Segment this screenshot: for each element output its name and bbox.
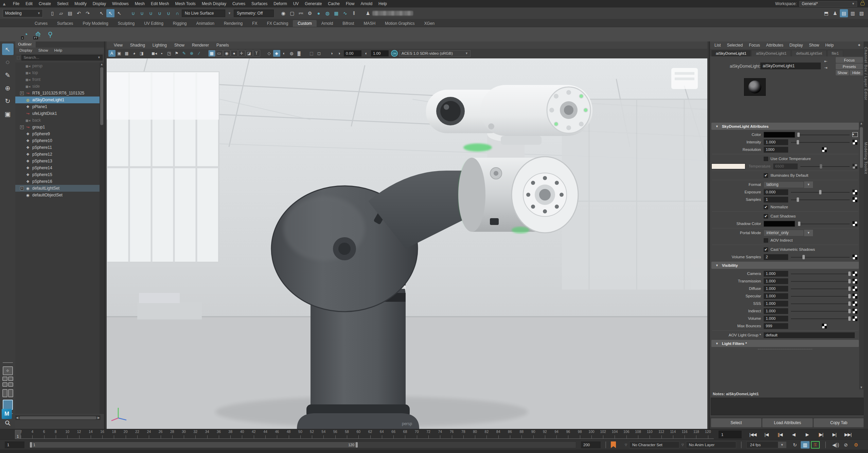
menu-edit[interactable]: Edit <box>22 1 36 7</box>
range-end-handle[interactable] <box>356 442 358 448</box>
time-tool-shelf-icon[interactable]: ◔x <box>20 29 31 40</box>
safe-title-icon[interactable]: T <box>253 50 260 57</box>
step-forward-frame-button[interactable]: ▶| <box>828 430 841 439</box>
bookmark-icon[interactable]: ◕ <box>131 50 138 57</box>
attribute-slider[interactable] <box>791 197 850 203</box>
attribute-value-field[interactable]: 1.000 <box>764 308 788 314</box>
animation-end-field[interactable]: 200 <box>581 441 601 448</box>
shelf-tab-uv-editing[interactable]: UV Editing <box>139 20 168 27</box>
output-connections-icon[interactable]: ⇥ <box>824 66 827 70</box>
rotate-tool[interactable]: ↻ <box>2 95 14 107</box>
channel-box-vertical-tab[interactable]: Channel Box / Layer Editor <box>864 47 868 100</box>
modeling-toolkit-vertical-tab[interactable]: Modeling Toolkit <box>864 142 868 174</box>
step-back-key-button[interactable]: ||◀ <box>774 430 786 439</box>
slider-handle[interactable] <box>848 316 851 321</box>
textured-icon[interactable]: ◐ <box>281 50 288 57</box>
attribute-slider[interactable] <box>791 286 850 292</box>
lock-icon[interactable]: ▪ <box>158 50 165 57</box>
select-hierarchy-icon[interactable]: ↖ <box>98 9 106 17</box>
checkbox[interactable]: ✔ <box>764 205 768 209</box>
slider-handle[interactable] <box>848 294 851 298</box>
attribute-value-field[interactable]: 1.000 <box>764 286 788 292</box>
ae-tab-aiSkyDomeLight1-1[interactable]: aiSkyDomeLight1 <box>751 50 791 56</box>
texture-map-icon[interactable] <box>852 190 857 195</box>
layout-two-pane-stacked-button[interactable] <box>8 382 13 387</box>
node-editor-icon[interactable]: ∿ <box>341 9 349 17</box>
flag-icon[interactable]: ⚑ <box>173 50 180 57</box>
menu-create[interactable]: Create <box>36 1 54 7</box>
color-swatch[interactable] <box>764 221 795 227</box>
slider-handle[interactable] <box>848 309 851 313</box>
select-camera-icon[interactable]: A <box>108 50 116 57</box>
texture-map-icon[interactable] <box>852 301 857 306</box>
lights-icon[interactable]: ◍ <box>288 50 295 57</box>
menu-mesh-tools[interactable]: Mesh Tools <box>172 1 198 7</box>
symmetry-field[interactable]: Symmetry: Off <box>234 10 274 17</box>
outliner-item-defaultObjectSet[interactable]: ◉defaultObjectSet <box>15 192 101 198</box>
maya-menu-icon[interactable]: ▲ <box>2 1 6 6</box>
viewport-canvas[interactable]: persp <box>107 58 707 429</box>
redo-icon[interactable]: ↷ <box>84 9 92 17</box>
attribute-slider[interactable] <box>791 139 850 145</box>
outliner-item-RT6_1101325:RT6_1101325[interactable]: +↪RT6_1101325:RT6_1101325 <box>15 90 101 97</box>
outliner-item-pSphere14[interactable]: ❖pSphere14 <box>15 164 101 171</box>
attribute-slider[interactable] <box>791 293 850 299</box>
viewport-menu-shading[interactable]: Shading <box>126 42 149 48</box>
menu-generate[interactable]: Generate <box>302 1 325 7</box>
select-tool[interactable]: ↖ <box>2 43 14 55</box>
slider-handle[interactable] <box>848 272 851 276</box>
shelf-tab-xgen[interactable]: XGen <box>419 20 439 27</box>
texture-map-icon[interactable] <box>852 164 857 169</box>
texture-map-icon[interactable] <box>822 324 827 329</box>
current-frame-field[interactable]: 1 <box>719 431 742 438</box>
shelf-tab-curves[interactable]: Curves <box>30 20 52 27</box>
checkbox[interactable]: ✔ <box>764 173 768 178</box>
snap-projected-icon[interactable]: ∪ <box>156 9 164 17</box>
snap-point-icon[interactable]: ∪ <box>147 9 155 17</box>
shelf-tab-rigging[interactable]: Rigging <box>168 20 192 27</box>
gamma-field[interactable]: 1.00 <box>371 50 389 56</box>
outliner-item-defaultLightSet[interactable]: +◉defaultLightSet <box>15 185 101 192</box>
animation-start-field[interactable]: 1 <box>5 441 24 448</box>
shadows-icon[interactable]: ▓ <box>296 50 303 57</box>
slider-handle[interactable] <box>797 197 799 202</box>
shelf-tab-poly-modeling[interactable]: Poly Modeling <box>78 20 113 27</box>
dropdown-value[interactable]: interior_only <box>764 230 804 236</box>
ft-axis-shelf-icon[interactable]: ⟰FT <box>33 29 43 40</box>
camera-locator-shelf-icon[interactable]: ⚲ <box>45 29 56 40</box>
menu-help[interactable]: Help <box>375 1 390 7</box>
outliner-item-pSphere11[interactable]: ❖pSphere11 <box>15 144 101 151</box>
selection-mask-icon[interactable]: ⬚ <box>17 55 20 60</box>
pencil-icon[interactable]: ✎ <box>181 50 188 57</box>
shelf-tab-fx-caching[interactable]: FX Caching <box>262 20 293 27</box>
expand-icon[interactable]: + <box>20 91 24 95</box>
outliner-horizontal-scrollbar[interactable]: ◀▶ <box>15 415 101 420</box>
render-frame-icon[interactable]: ◉ <box>279 9 287 17</box>
shelf-tab-custom[interactable]: Custom <box>293 20 316 27</box>
attribute-value-field[interactable]: 1.000 <box>764 301 788 307</box>
color-swatch[interactable] <box>764 132 795 138</box>
layout-split-right-button[interactable] <box>8 389 13 397</box>
texture-map-icon[interactable] <box>852 294 857 299</box>
slider-handle[interactable] <box>819 190 821 194</box>
viewport-menu-panels[interactable]: Panels <box>213 42 233 48</box>
ae-tab-file1-3[interactable]: file1 <box>827 50 843 56</box>
current-time-indicator[interactable]: 1 <box>15 430 21 439</box>
ae-menu-show[interactable]: Show <box>806 42 822 48</box>
character-set-menu-icon[interactable]: ▽ <box>625 443 627 447</box>
input-connections-icon[interactable]: ⇤ <box>824 59 827 64</box>
attribute-slider[interactable] <box>791 254 850 260</box>
menu-mesh[interactable]: Mesh <box>132 1 148 7</box>
lasso-tool[interactable]: ◌ <box>2 56 14 68</box>
temperature-color-swatch[interactable] <box>711 163 745 169</box>
texture-map-icon[interactable] <box>852 221 857 226</box>
move-manip-icon[interactable]: ⊕ <box>188 50 195 57</box>
move-tool[interactable]: ⊕ <box>2 82 14 94</box>
texture-map-icon[interactable] <box>852 286 857 291</box>
notes-input[interactable] <box>711 398 864 415</box>
texture-map-icon[interactable] <box>852 140 857 145</box>
outliner-item-back[interactable]: ◼◂back <box>15 117 101 124</box>
chevron-down-icon[interactable]: ▼ <box>228 12 231 15</box>
hypershade-icon[interactable]: ● <box>315 9 323 17</box>
pin-icon[interactable]: ✦ <box>857 43 861 48</box>
